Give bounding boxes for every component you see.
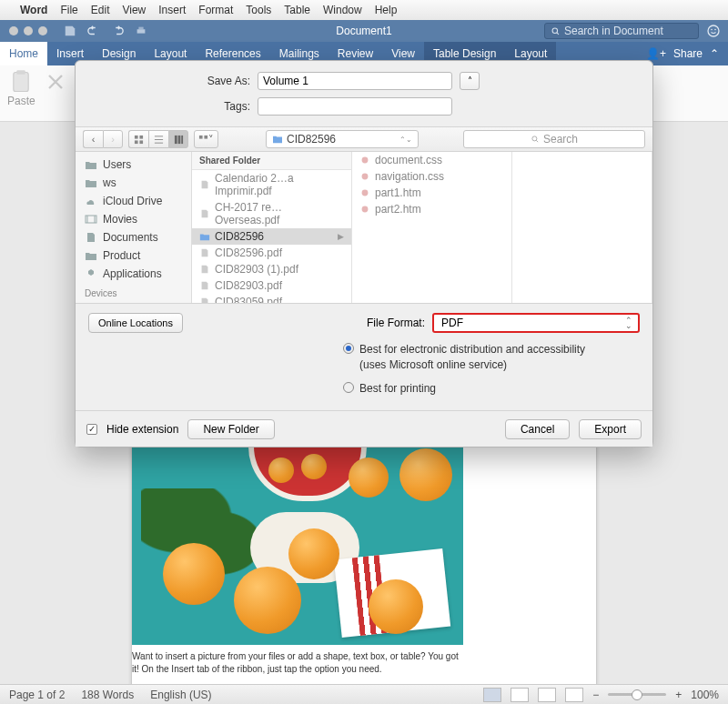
close-window-icon[interactable] xyxy=(9,26,18,35)
tab-home[interactable]: Home xyxy=(0,42,47,65)
finder-search[interactable]: Search xyxy=(463,130,645,148)
file-name: CID82596 xyxy=(215,230,264,243)
path-dropdown[interactable]: CID82596 ⌃⌄ xyxy=(266,130,419,148)
file-item[interactable]: CH-2017 re…Overseas.pdf xyxy=(192,199,351,228)
menu-format[interactable]: Format xyxy=(198,4,233,16)
file-item[interactable]: CID82596▶ xyxy=(192,228,351,245)
svg-rect-16 xyxy=(204,135,207,138)
menu-tools[interactable]: Tools xyxy=(246,4,271,16)
menu-edit[interactable]: Edit xyxy=(91,4,110,16)
menu-file[interactable]: File xyxy=(60,4,77,16)
status-words[interactable]: 188 Words xyxy=(81,689,134,701)
zoom-out-button[interactable]: − xyxy=(592,689,599,701)
svg-rect-11 xyxy=(139,140,143,144)
finder-column-1: Shared Folder Calendario 2…a Imprimir.pd… xyxy=(192,152,352,303)
window-titlebar: Document1 Search in Document xyxy=(0,20,728,42)
share-user-icon[interactable]: 👤+ xyxy=(646,47,666,60)
view-outline-icon[interactable] xyxy=(538,688,556,702)
sidebar-item-applications[interactable]: Applications xyxy=(76,265,191,283)
menubar-appname[interactable]: Word xyxy=(20,4,47,16)
finder-search-placeholder: Search xyxy=(543,133,578,146)
view-icons-button[interactable] xyxy=(128,130,148,148)
file-name: CID83059.pdf xyxy=(215,296,282,303)
file-item[interactable]: CID82903 (1).pdf xyxy=(192,261,351,277)
traffic-lights[interactable] xyxy=(0,26,47,35)
back-button[interactable]: ‹ xyxy=(83,130,103,148)
file-format-select[interactable]: PDF ⌃⌄ xyxy=(432,313,640,333)
file-item[interactable]: CID82596.pdf xyxy=(192,245,351,261)
svg-rect-8 xyxy=(135,135,138,138)
zoom-slider[interactable] xyxy=(608,693,666,696)
saveas-input[interactable] xyxy=(258,72,452,90)
option-electronic[interactable]: Best for electronic distribution and acc… xyxy=(343,342,640,371)
paste-group[interactable]: Paste xyxy=(7,69,35,107)
smiley-icon[interactable] xyxy=(706,24,721,38)
forward-button[interactable]: › xyxy=(103,130,123,148)
option-printing[interactable]: Best for printing xyxy=(343,381,640,396)
menu-view[interactable]: View xyxy=(122,4,146,16)
cut-icon[interactable] xyxy=(43,69,68,95)
sidebar-item-documents[interactable]: Documents xyxy=(76,228,191,246)
svg-point-5 xyxy=(714,29,716,31)
online-locations-button[interactable]: Online Locations xyxy=(88,313,183,333)
view-columns-button[interactable] xyxy=(168,130,188,148)
finder-toolbar: ‹ › ˅ CID82596 ⌃⌄ Search xyxy=(76,126,652,152)
sidebar-item-movies[interactable]: Movies xyxy=(76,210,191,228)
save-icon[interactable] xyxy=(64,25,76,37)
file-item[interactable]: CID82903.pdf xyxy=(192,277,351,294)
status-lang[interactable]: English (US) xyxy=(150,689,211,701)
option-printing-label: Best for printing xyxy=(359,381,436,396)
file-name: CID82596.pdf xyxy=(215,246,282,259)
menu-table[interactable]: Table xyxy=(284,4,310,16)
status-bar: Page 1 of 2 188 Words English (US) − + 1… xyxy=(0,684,728,704)
file-name: CID82903 (1).pdf xyxy=(215,263,298,276)
finder-column-3 xyxy=(512,152,652,303)
paste-icon xyxy=(8,69,34,95)
sidebar-item-product[interactable]: Product xyxy=(76,246,191,265)
finder-sidebar: Users ws iCloud Drive Movies Documents P… xyxy=(76,152,192,303)
zoom-value[interactable]: 100% xyxy=(691,689,719,701)
sidebar-item-icloud[interactable]: iCloud Drive xyxy=(76,192,191,210)
svg-point-2 xyxy=(552,28,558,34)
file-item[interactable]: navigation.css xyxy=(352,168,511,185)
sidebar-item-remote-disc[interactable]: Remote Disc xyxy=(76,300,191,303)
collapse-button[interactable]: ˄ xyxy=(460,72,480,90)
share-label[interactable]: Share xyxy=(673,47,703,60)
svg-rect-14 xyxy=(181,135,183,143)
group-button[interactable]: ˅ xyxy=(194,130,218,148)
menu-help[interactable]: Help xyxy=(375,4,398,16)
file-item[interactable]: document.css xyxy=(352,152,511,168)
menu-insert[interactable]: Insert xyxy=(158,4,186,16)
status-page[interactable]: Page 1 of 2 xyxy=(9,689,65,701)
svg-rect-12 xyxy=(174,135,177,143)
sidebar-devices-head: Devices xyxy=(76,283,191,300)
inserted-image[interactable] xyxy=(132,447,463,645)
menu-window[interactable]: Window xyxy=(323,4,362,16)
file-name: CID82903.pdf xyxy=(215,279,282,292)
ribbon-collapse-icon[interactable]: ⌃ xyxy=(710,47,719,60)
undo-icon[interactable] xyxy=(87,25,100,37)
hide-extension-checkbox[interactable]: ✓ xyxy=(86,424,97,435)
file-item[interactable]: Calendario 2…a Imprimir.pdf xyxy=(192,170,351,199)
cancel-button[interactable]: Cancel xyxy=(505,419,570,439)
sidebar-item-ws[interactable]: ws xyxy=(76,174,191,192)
image-caption: Want to insert a picture from your files… xyxy=(132,650,463,675)
new-folder-button[interactable]: New Folder xyxy=(187,419,274,439)
view-print-layout-icon[interactable] xyxy=(483,688,501,702)
search-document[interactable]: Search in Document xyxy=(544,23,699,39)
zoom-in-button[interactable]: + xyxy=(675,689,682,701)
sidebar-item-users[interactable]: Users xyxy=(76,156,191,174)
view-draft-icon[interactable] xyxy=(565,688,583,702)
tags-input[interactable] xyxy=(258,97,452,116)
save-dialog: Save As: ˄ Tags: ‹ › ˅ CID82596 ⌃⌄ Searc… xyxy=(75,60,653,448)
export-button[interactable]: Export xyxy=(579,419,642,439)
file-item[interactable]: CID83059.pdf xyxy=(192,294,351,303)
file-item[interactable]: part2.htm xyxy=(352,201,511,217)
minimize-window-icon[interactable] xyxy=(24,26,33,35)
redo-icon[interactable] xyxy=(111,25,124,37)
file-item[interactable]: part1.htm xyxy=(352,185,511,201)
view-list-button[interactable] xyxy=(148,130,168,148)
print-icon[interactable] xyxy=(135,25,147,37)
view-web-layout-icon[interactable] xyxy=(511,688,529,702)
zoom-window-icon[interactable] xyxy=(38,26,47,35)
